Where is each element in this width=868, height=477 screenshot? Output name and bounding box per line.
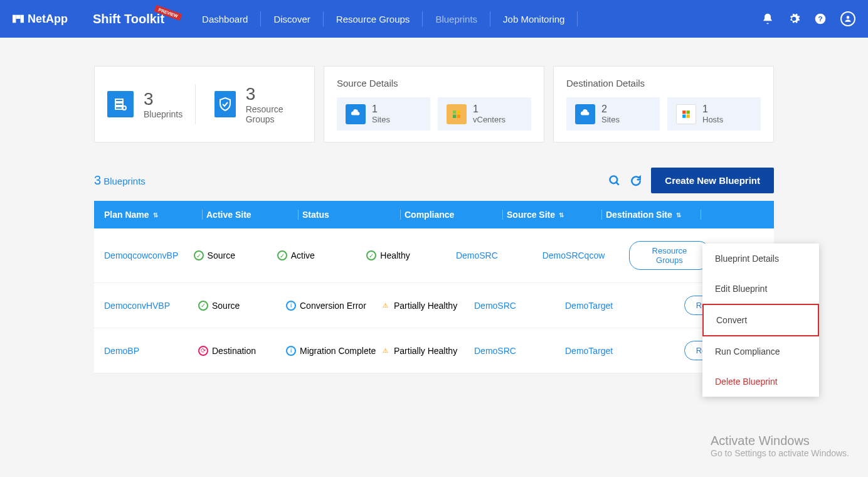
table-actions: Create New Blueprint <box>608 168 774 193</box>
check-icon: ✓ <box>277 250 287 260</box>
cloud-icon <box>346 104 366 124</box>
source-link[interactable]: DemoSRC <box>474 346 565 356</box>
main-nav: Dashboard Discover Resource Groups Bluep… <box>189 11 578 26</box>
resource-groups-button[interactable]: Resource Groups <box>629 241 711 270</box>
dest-hosts-label: Hosts <box>702 115 723 124</box>
source-vcenters-label: vCenters <box>473 115 505 124</box>
table-count: 3Blueprints <box>94 173 146 188</box>
microsoft-icon <box>676 104 696 124</box>
menu-convert[interactable]: Convert <box>702 304 819 336</box>
svg-rect-8 <box>457 110 460 114</box>
svg-rect-11 <box>682 110 685 114</box>
svg-point-5 <box>847 16 850 19</box>
blueprints-table: Plan Name⇅ Active Site Status Compliance… <box>94 201 774 373</box>
svg-rect-13 <box>682 114 685 117</box>
svg-rect-14 <box>687 114 690 117</box>
summary-counts-card: 3 Blueprints 3 Resource Groups <box>94 66 315 142</box>
destination-details-card: Destination Details 2 Sites <box>553 66 774 142</box>
menu-delete-blueprint[interactable]: Delete Blueprint <box>702 367 819 397</box>
svg-point-6 <box>122 106 126 110</box>
gear-icon[interactable] <box>788 13 800 25</box>
dest-hosts-count: 1 <box>702 104 723 115</box>
search-icon[interactable] <box>608 174 621 187</box>
svg-text:?: ? <box>818 14 822 23</box>
netapp-logo: NetApp <box>13 13 68 26</box>
col-active-site[interactable]: Active Site <box>206 210 294 220</box>
destination-details-title: Destination Details <box>566 78 761 88</box>
dest-link[interactable]: DemoTarget <box>565 346 656 356</box>
table-head: Plan Name⇅ Active Site Status Compliance… <box>94 201 774 228</box>
source-link[interactable]: DemoSRC <box>456 250 542 260</box>
info-icon: i <box>286 346 296 356</box>
info-icon: i <box>286 301 296 311</box>
svg-rect-12 <box>687 110 690 114</box>
logo-icon <box>13 13 24 24</box>
table-header-bar: 3Blueprints Create New Blueprint <box>94 168 774 193</box>
source-sites-label: Sites <box>372 115 390 124</box>
dest-link[interactable]: DemoSRCqcow <box>542 250 629 260</box>
source-details-card: Source Details 1 Sites 1 <box>324 66 544 142</box>
stat-resource-groups: 3 Resource Groups <box>195 84 302 124</box>
menu-edit-blueprint[interactable]: Edit Blueprint <box>702 274 819 304</box>
menu-run-compliance[interactable]: Run Compliance <box>702 336 819 367</box>
svg-rect-7 <box>453 110 456 114</box>
create-blueprint-button[interactable]: Create New Blueprint <box>651 168 774 193</box>
stat-blueprints: 3 Blueprints <box>107 89 195 119</box>
vcenter-icon <box>447 104 467 124</box>
table-row: DemoqcowconvBP ✓Source ✓Active ✓Healthy … <box>94 228 774 283</box>
dest-sites-label: Sites <box>601 115 620 124</box>
check-icon: ✓ <box>198 301 208 311</box>
nav-dashboard[interactable]: Dashboard <box>189 11 261 26</box>
svg-rect-2 <box>16 15 20 19</box>
blueprints-icon <box>107 91 134 117</box>
nav-job-monitoring[interactable]: Job Monitoring <box>490 11 578 26</box>
cloud-icon <box>575 104 595 124</box>
col-plan-name[interactable]: Plan Name⇅ <box>104 210 198 220</box>
summary-row: 3 Blueprints 3 Resource Groups Source De… <box>94 66 774 142</box>
stat-rg-count: 3 <box>246 84 302 104</box>
warning-icon: ⚠ <box>380 346 390 356</box>
shield-icon <box>214 91 236 117</box>
dest-sites-count: 2 <box>601 104 620 115</box>
windows-activation-watermark: Activate Windows Go to Settings to activ… <box>711 434 849 458</box>
dest-hosts: 1 Hosts <box>667 97 761 131</box>
source-details-title: Source Details <box>337 78 531 88</box>
logo-text: NetApp <box>28 13 68 26</box>
nav-blueprints[interactable]: Blueprints <box>423 11 490 26</box>
svg-rect-0 <box>13 15 16 23</box>
stat-rg-label: Resource Groups <box>246 104 302 124</box>
check-icon: ✓ <box>366 250 376 260</box>
context-menu: Blueprint Details Edit Blueprint Convert… <box>702 244 819 397</box>
source-sites: 1 Sites <box>337 97 430 131</box>
table-row: DemoconvHVBP ✓Source iConversion Error ⚠… <box>94 283 774 328</box>
bell-icon[interactable] <box>761 13 774 25</box>
col-source-site[interactable]: Source Site⇅ <box>507 210 598 220</box>
source-vcenters: 1 vCenters <box>438 97 531 131</box>
svg-rect-10 <box>457 114 460 117</box>
nav-resource-groups[interactable]: Resource Groups <box>324 11 423 26</box>
source-sites-count: 1 <box>372 104 390 115</box>
plan-name-link[interactable]: DemoconvHVBP <box>104 301 198 311</box>
plan-name-link[interactable]: DemoqcowconvBP <box>104 250 194 260</box>
refresh-icon[interactable] <box>630 174 642 187</box>
app-title: Shift Toolkit PREVIEW <box>93 12 164 26</box>
dest-sites: 2 Sites <box>566 97 660 131</box>
stat-blueprints-label: Blueprints <box>144 109 183 119</box>
stat-blueprints-count: 3 <box>144 89 183 109</box>
dest-link[interactable]: DemoTarget <box>565 301 656 311</box>
nav-discover[interactable]: Discover <box>261 11 323 26</box>
help-icon[interactable]: ? <box>814 13 827 25</box>
user-icon[interactable] <box>840 11 855 26</box>
col-compliance[interactable]: Compliance <box>405 210 499 220</box>
header-icons: ? <box>761 11 855 26</box>
col-status[interactable]: Status <box>302 210 396 220</box>
app-header: NetApp Shift Toolkit PREVIEW Dashboard D… <box>0 0 868 38</box>
plan-name-link[interactable]: DemoBP <box>104 346 198 356</box>
svg-point-15 <box>610 176 618 183</box>
svg-rect-9 <box>453 114 456 117</box>
source-link[interactable]: DemoSRC <box>474 301 565 311</box>
table-row: DemoBP ⟳Destination iMigration Complete … <box>94 328 774 373</box>
warning-icon: ⚠ <box>380 301 390 311</box>
col-destination-site[interactable]: Destination Site⇅ <box>606 210 697 220</box>
menu-blueprint-details[interactable]: Blueprint Details <box>702 244 819 274</box>
